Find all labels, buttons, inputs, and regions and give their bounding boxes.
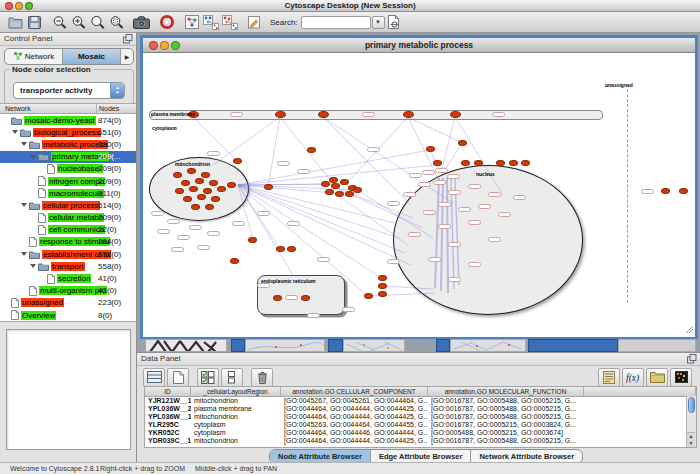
network-node[interactable] bbox=[474, 160, 483, 166]
node-label-pill[interactable] bbox=[513, 195, 526, 200]
node-label-pill[interactable] bbox=[362, 112, 375, 117]
network-node[interactable] bbox=[181, 180, 190, 186]
tree-row[interactable]: metabolic process280(0) bbox=[0, 138, 136, 150]
scrollbar-thumb[interactable] bbox=[688, 397, 695, 413]
tabs-overflow-arrow[interactable]: ▶ bbox=[121, 49, 133, 64]
heatmap-icon[interactable] bbox=[670, 368, 692, 387]
network-node[interactable] bbox=[521, 160, 530, 166]
node-label-pill[interactable] bbox=[367, 147, 380, 152]
tree-row[interactable]: Overview8(0) bbox=[0, 309, 136, 321]
network-node[interactable] bbox=[329, 177, 338, 183]
node-label-pill[interactable] bbox=[167, 219, 180, 224]
annotation-icon[interactable] bbox=[245, 13, 264, 31]
node-label-pill[interactable] bbox=[433, 180, 446, 185]
node-label-pill[interactable] bbox=[641, 189, 654, 194]
float-panel-icon[interactable] bbox=[687, 354, 697, 366]
node-label-pill[interactable] bbox=[478, 204, 491, 209]
network-node[interactable] bbox=[189, 186, 198, 192]
tab-network[interactable]: Network bbox=[5, 49, 63, 64]
node-label-pill[interactable] bbox=[498, 212, 511, 217]
resize-grip-icon[interactable] bbox=[685, 325, 694, 336]
network-node[interactable] bbox=[217, 186, 226, 192]
tree-row[interactable]: transport558(0) bbox=[0, 260, 136, 272]
column-header[interactable]: _cellularLayoutRegion bbox=[191, 387, 281, 396]
unselect-attributes-icon[interactable] bbox=[221, 368, 243, 387]
attribute-list-icon[interactable] bbox=[598, 368, 620, 387]
node-label-pill[interactable] bbox=[488, 237, 501, 242]
table-scrollbar[interactable]: ▲▼ bbox=[686, 396, 696, 447]
search-dropdown-button[interactable]: ▼ bbox=[372, 16, 385, 29]
disclosure-triangle-icon[interactable] bbox=[30, 264, 36, 268]
table-row[interactable]: YPL036W__2plasma membrane[GO:0044464, GO… bbox=[145, 405, 696, 413]
disclosure-triangle-icon[interactable] bbox=[21, 203, 27, 207]
network-node[interactable] bbox=[195, 178, 204, 184]
node-label-pill[interactable] bbox=[197, 245, 210, 250]
node-label-pill[interactable] bbox=[418, 182, 431, 187]
node-label-pill[interactable] bbox=[447, 174, 460, 179]
network-node[interactable] bbox=[364, 293, 373, 299]
disclosure-triangle-icon[interactable] bbox=[21, 252, 27, 256]
network-node[interactable] bbox=[661, 188, 670, 194]
node-label-pill[interactable] bbox=[428, 257, 441, 262]
node-label-pill[interactable] bbox=[448, 190, 461, 195]
tree-row[interactable]: response to stimulu264(0) bbox=[0, 236, 136, 248]
scrollbar-arrows[interactable]: ▲▼ bbox=[687, 432, 695, 447]
network-node[interactable] bbox=[187, 168, 196, 174]
network-node[interactable] bbox=[183, 196, 192, 202]
node-label-pill[interactable] bbox=[342, 307, 355, 312]
node-label-pill[interactable] bbox=[438, 202, 451, 207]
tab-mosaic[interactable]: Mosaic bbox=[63, 49, 121, 64]
layout-organic-icon[interactable] bbox=[220, 13, 239, 31]
node-label-pill[interactable] bbox=[207, 231, 220, 236]
column-header[interactable]: annotation.GO MOLECULAR_FUNCTION bbox=[428, 387, 584, 396]
create-view-icon[interactable] bbox=[182, 13, 201, 31]
node-label-pill[interactable] bbox=[488, 192, 501, 197]
network-node[interactable] bbox=[275, 111, 286, 118]
node-label-pill[interactable] bbox=[317, 257, 330, 262]
tree-row[interactable]: macromolecule311(0) bbox=[0, 187, 136, 199]
network-node[interactable] bbox=[211, 196, 220, 202]
network-node[interactable] bbox=[679, 188, 688, 194]
disclosure-triangle-icon[interactable] bbox=[30, 155, 36, 159]
table-row[interactable]: YJR121W__1mitochondrion[GO:0045267, GO:0… bbox=[145, 397, 696, 405]
disclosure-triangle-icon[interactable] bbox=[12, 130, 18, 134]
network-node[interactable] bbox=[307, 147, 316, 153]
node-label-pill[interactable] bbox=[409, 173, 422, 178]
node-label-pill[interactable] bbox=[423, 210, 436, 215]
network-node[interactable] bbox=[378, 283, 387, 289]
table-row[interactable]: YPL036W__1mitochondrion[GO:0044464, GO:0… bbox=[145, 413, 696, 421]
new-attribute-icon[interactable] bbox=[167, 368, 189, 387]
node-label-pill[interactable] bbox=[151, 211, 164, 216]
node-label-pill[interactable] bbox=[257, 211, 270, 216]
zoom-in-icon[interactable] bbox=[69, 13, 88, 31]
node-label-pill[interactable] bbox=[387, 201, 400, 206]
network-node[interactable] bbox=[233, 158, 242, 164]
disclosure-triangle-icon[interactable] bbox=[21, 142, 27, 146]
search-settings-icon[interactable] bbox=[385, 13, 404, 31]
network-node[interactable] bbox=[230, 258, 239, 264]
node-label-pill[interactable] bbox=[171, 247, 184, 252]
open-session-icon[interactable] bbox=[6, 13, 25, 31]
function-builder-icon[interactable]: f(x) bbox=[622, 368, 644, 387]
network-node[interactable] bbox=[458, 140, 467, 146]
network-node[interactable] bbox=[331, 183, 340, 189]
node-label-pill[interactable] bbox=[492, 112, 505, 117]
network-node[interactable] bbox=[461, 160, 470, 166]
import-attributes-icon[interactable] bbox=[646, 368, 668, 387]
node-label-pill[interactable] bbox=[207, 151, 220, 156]
network-node[interactable] bbox=[378, 291, 387, 297]
node-label-pill[interactable] bbox=[232, 221, 245, 226]
node-label-pill[interactable] bbox=[438, 224, 451, 229]
node-label-pill[interactable] bbox=[468, 262, 481, 267]
network-node[interactable] bbox=[318, 111, 329, 118]
network-node[interactable] bbox=[173, 172, 182, 178]
node-color-dropdown[interactable]: transporter activity ▲▼ bbox=[13, 82, 125, 99]
table-row[interactable]: YDR039C__1mitochondrion[GO:0044464, GO:0… bbox=[145, 437, 696, 445]
node-label-pill[interactable] bbox=[448, 277, 461, 282]
network-canvas[interactable]: plasma membrane cytoplasm mitochondrion … bbox=[143, 53, 695, 337]
node-label-pill[interactable] bbox=[387, 259, 400, 264]
network-node[interactable] bbox=[301, 295, 310, 301]
tree-row[interactable]: multi-organism pro42(0) bbox=[0, 285, 136, 297]
node-label-pill[interactable] bbox=[177, 235, 190, 240]
node-label-pill[interactable] bbox=[468, 184, 481, 189]
